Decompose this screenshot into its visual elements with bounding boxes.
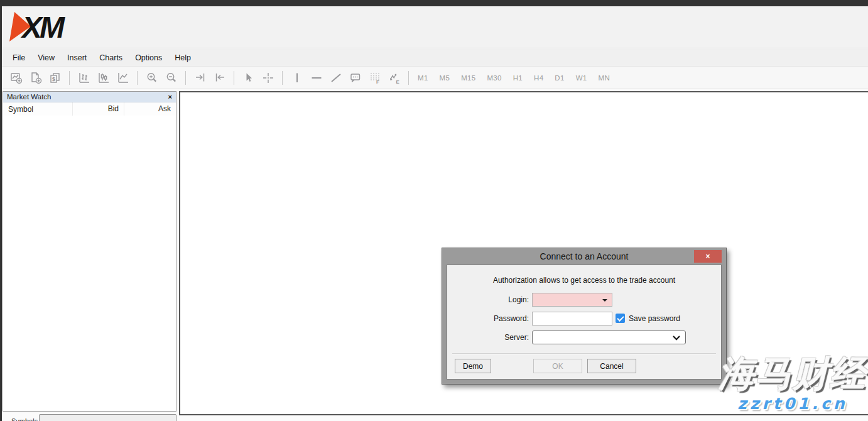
candlestick-chart-icon[interactable] — [94, 70, 113, 87]
column-header-symbol[interactable]: Symbol — [3, 105, 72, 114]
ok-button[interactable]: OK — [533, 359, 582, 373]
timeframe-w1[interactable]: W1 — [572, 72, 592, 84]
connect-account-dialog: Connect to an Account × Authorization al… — [442, 248, 727, 385]
svg-text:E: E — [396, 79, 399, 85]
timeframe-m5[interactable]: M5 — [435, 72, 455, 84]
password-row: Password: Save password — [447, 312, 721, 325]
menu-charts[interactable]: Charts — [93, 51, 129, 65]
toolbar-separator — [185, 71, 186, 85]
timeframe-d1[interactable]: D1 — [550, 72, 568, 84]
logo-bar: XM — [0, 6, 868, 48]
dialog-separator — [452, 353, 716, 354]
window-left-edge — [0, 0, 2, 421]
vertical-line-icon[interactable] — [287, 70, 307, 87]
password-label: Password: — [450, 312, 529, 325]
dialog-title: Connect to an Account — [442, 248, 726, 265]
menu-insert[interactable]: Insert — [61, 51, 93, 65]
line-chart-icon[interactable] — [113, 70, 133, 87]
dialog-titlebar[interactable]: Connect to an Account × — [442, 248, 726, 265]
market-watch-panel: Market Watch × Symbol Bid Ask — [3, 91, 176, 412]
cursor-icon[interactable] — [239, 70, 258, 87]
bar-chart-icon[interactable] — [74, 70, 94, 87]
timeframe-mn[interactable]: MN — [594, 72, 615, 84]
dialog-body: Authorization allows to get access to th… — [447, 265, 722, 380]
fibonacci-icon[interactable]: F — [365, 70, 384, 87]
toolbar-separator — [234, 71, 234, 85]
toolbar: $ — [0, 67, 868, 89]
dialog-subtitle: Authorization allows to get access to th… — [447, 265, 721, 285]
menu-options[interactable]: Options — [129, 51, 168, 65]
main-area: Market Watch × Symbol Bid Ask Symbols — [0, 89, 868, 421]
text-label-icon[interactable] — [345, 70, 365, 87]
server-dropdown-chevron-icon — [673, 336, 680, 341]
timeframe-m1[interactable]: M1 — [413, 72, 433, 84]
save-password-checkbox[interactable] — [616, 314, 625, 323]
login-dropdown-arrow-icon[interactable] — [602, 299, 607, 302]
server-row: Server: — [447, 331, 721, 344]
menu-view[interactable]: View — [31, 51, 61, 65]
market-watch-header-row: Symbol Bid Ask — [3, 102, 176, 116]
server-label: Server: — [450, 331, 529, 344]
login-row: Login: — [447, 293, 721, 307]
auto-scroll-icon[interactable] — [190, 70, 210, 87]
toolbar-separator — [282, 71, 283, 85]
timeframe-h1[interactable]: H1 — [509, 72, 527, 84]
profiles-icon[interactable]: $ — [45, 70, 65, 87]
login-combobox[interactable] — [532, 293, 612, 307]
column-header-ask[interactable]: Ask — [124, 102, 176, 116]
save-password-label: Save password — [629, 312, 680, 325]
chart-shift-icon[interactable] — [210, 70, 229, 87]
crosshair-icon[interactable] — [258, 70, 278, 87]
xm-logo-text: XM — [20, 11, 65, 43]
market-watch-title: Market Watch — [7, 93, 52, 101]
market-watch-bottom-tabs: Symbols — [3, 412, 176, 421]
tab-strip[interactable] — [39, 414, 176, 421]
zoom-out-icon[interactable] — [161, 70, 181, 87]
svg-text:$: $ — [52, 76, 55, 82]
toolbar-separator — [137, 71, 138, 85]
horizontal-line-icon[interactable] — [307, 70, 326, 87]
market-watch-list — [3, 116, 176, 411]
new-order-icon[interactable] — [26, 70, 45, 87]
login-label: Login: — [450, 293, 529, 307]
window-top-edge — [0, 0, 868, 6]
toolbar-separator — [408, 71, 409, 85]
timeframe-m30[interactable]: M30 — [482, 72, 506, 84]
menu-bar: File View Insert Charts Options Help — [0, 49, 868, 67]
cancel-button[interactable]: Cancel — [587, 359, 636, 373]
indicators-icon[interactable]: E — [384, 70, 404, 87]
toolbar-separator — [69, 71, 70, 85]
server-select[interactable] — [532, 331, 686, 344]
market-watch-close-icon[interactable]: × — [168, 94, 172, 101]
application-window: XM File View Insert Charts Options Help — [0, 0, 868, 421]
market-watch-titlebar[interactable]: Market Watch × — [3, 92, 176, 102]
zoom-in-icon[interactable] — [142, 70, 161, 87]
demo-button[interactable]: Demo — [455, 359, 491, 373]
dialog-close-icon[interactable]: × — [694, 250, 722, 263]
trendline-icon[interactable] — [326, 70, 345, 87]
new-chart-icon[interactable] — [6, 70, 26, 87]
xm-logo: XM — [8, 11, 82, 43]
timeframe-h4[interactable]: H4 — [529, 72, 548, 84]
tab-symbols[interactable]: Symbols — [11, 417, 38, 421]
password-field[interactable] — [532, 312, 612, 325]
svg-text:F: F — [376, 79, 379, 85]
timeframe-m15[interactable]: M15 — [457, 72, 480, 84]
column-header-bid[interactable]: Bid — [72, 102, 124, 116]
menu-help[interactable]: Help — [168, 51, 197, 65]
menu-file[interactable]: File — [6, 51, 31, 65]
